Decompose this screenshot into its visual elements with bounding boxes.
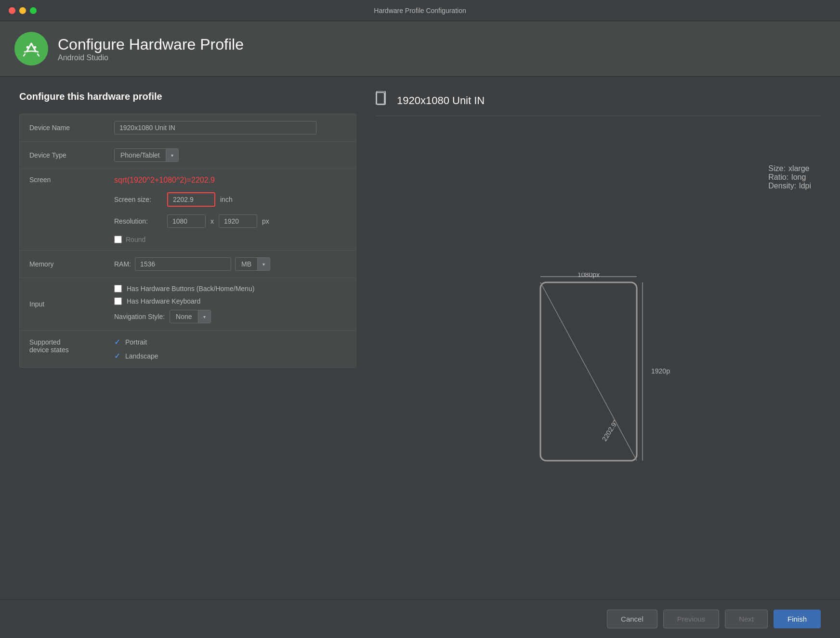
main-content: Configure this hardware profile Device N…	[0, 77, 840, 598]
minimize-button[interactable]	[19, 7, 26, 14]
hw-keyboard-checkbox[interactable]	[114, 297, 122, 305]
memory-inputs: RAM: MB ▾	[114, 257, 270, 271]
memory-row: Memory RAM: MB ▾	[20, 251, 356, 278]
device-type-content: Phone/Tablet ▾	[114, 148, 346, 162]
screen-size-unit: inch	[220, 196, 233, 203]
close-button[interactable]	[9, 7, 15, 14]
states-options: ✓ Portrait ✓ Landscape	[114, 337, 158, 360]
cancel-button[interactable]: Cancel	[607, 610, 657, 628]
screen-content: sqrt(1920^2+1080^2)=2202.9 Screen size: …	[114, 176, 346, 243]
hw-buttons-checkbox[interactable]	[114, 285, 122, 292]
device-states-row: Supporteddevice states ✓ Portrait ✓ Land…	[20, 331, 356, 367]
resolution-label: Resolution:	[114, 217, 162, 225]
screen-formula: sqrt(1920^2+1080^2)=2202.9	[114, 176, 215, 185]
device-type-dropdown-button[interactable]: ▾	[166, 149, 178, 161]
title-bar: Hardware Profile Configuration	[0, 0, 840, 21]
device-preview-icon	[376, 91, 390, 106]
device-name-row: Device Name	[20, 114, 356, 142]
bottom-bar: Cancel Previous Next Finish	[0, 599, 840, 638]
nav-style-row: Navigation Style: None ▾	[114, 310, 254, 323]
landscape-label: Landscape	[125, 352, 158, 360]
density-spec-row: Density: ldpi	[768, 182, 811, 190]
phone-svg: 1080px 1920px 2202.9"	[526, 273, 670, 475]
screen-size-label: Screen size:	[114, 196, 162, 203]
input-label: Input	[29, 300, 106, 308]
round-row: Round	[114, 236, 145, 243]
resolution-x: x	[210, 217, 214, 225]
memory-label: Memory	[29, 260, 106, 268]
round-label: Round	[126, 236, 145, 243]
ram-unit-dropdown-button[interactable]: ▾	[257, 258, 270, 270]
chevron-down-icon: ▾	[203, 314, 206, 319]
form-container: Device Name Device Type Phone/Tablet ▾	[19, 114, 356, 368]
maximize-button[interactable]	[30, 7, 37, 14]
app-title: Configure Hardware Profile	[58, 36, 244, 53]
ratio-value: long	[791, 173, 806, 182]
device-preview-name: 1920x1080 Unit IN	[397, 94, 485, 107]
resolution-height-input[interactable]	[219, 214, 257, 228]
svg-text:1080px: 1080px	[578, 273, 600, 279]
device-type-row: Device Type Phone/Tablet ▾	[20, 142, 356, 169]
memory-content: RAM: MB ▾	[114, 257, 346, 271]
window-controls	[9, 7, 37, 14]
section-title: Configure this hardware profile	[19, 91, 356, 102]
input-options: Has Hardware Buttons (Back/Home/Menu) Ha…	[114, 285, 254, 323]
hw-buttons-row: Has Hardware Buttons (Back/Home/Menu)	[114, 285, 254, 292]
ratio-spec-row: Ratio: long	[768, 173, 811, 182]
android-studio-icon	[19, 37, 43, 61]
window-title: Hardware Profile Configuration	[374, 7, 466, 14]
nav-style-value: None	[170, 310, 197, 323]
size-spec-row: Size: xlarge	[768, 164, 811, 173]
finish-button[interactable]: Finish	[774, 610, 821, 628]
density-value: ldpi	[799, 182, 811, 190]
device-type-select[interactable]: Phone/Tablet ▾	[114, 148, 179, 162]
hw-keyboard-label: Has Hardware Keyboard	[127, 297, 200, 305]
device-diagram: 1080px 1920px 2202.9" Size: xlarge Ratio…	[376, 126, 821, 584]
device-states-content: ✓ Portrait ✓ Landscape	[114, 337, 346, 360]
device-type-value: Phone/Tablet	[115, 149, 166, 161]
nav-style-label: Navigation Style:	[114, 313, 165, 320]
ram-input[interactable]	[135, 257, 231, 271]
device-preview-header: 1920x1080 Unit IN	[376, 91, 821, 116]
app-subtitle: Android Studio	[58, 53, 244, 62]
chevron-down-icon: ▾	[171, 153, 173, 158]
round-checkbox[interactable]	[114, 236, 122, 243]
portrait-checkmark-icon: ✓	[114, 337, 120, 346]
hw-buttons-label: Has Hardware Buttons (Back/Home/Menu)	[127, 285, 254, 292]
resolution-row: Resolution: x px	[114, 214, 269, 228]
svg-point-2	[34, 46, 37, 49]
nav-style-dropdown-button[interactable]: ▾	[198, 310, 210, 323]
landscape-row: ✓ Landscape	[114, 351, 158, 360]
right-panel: 1920x1080 Unit IN 1080px 1920px	[376, 91, 821, 584]
svg-point-1	[26, 46, 29, 49]
resolution-width-input[interactable]	[167, 214, 206, 228]
input-row: Input Has Hardware Buttons (Back/Home/Me…	[20, 278, 356, 331]
svg-line-8	[540, 282, 637, 461]
nav-style-select[interactable]: None ▾	[170, 310, 210, 323]
previous-button[interactable]: Previous	[663, 610, 719, 628]
input-content: Has Hardware Buttons (Back/Home/Menu) Ha…	[114, 285, 346, 323]
next-button[interactable]: Next	[725, 610, 768, 628]
left-panel: Configure this hardware profile Device N…	[19, 91, 356, 584]
device-type-label: Device Type	[29, 151, 106, 159]
device-name-input[interactable]	[114, 121, 316, 134]
device-specs: Size: xlarge Ratio: long Density: ldpi	[768, 164, 811, 190]
size-value: xlarge	[788, 164, 810, 173]
resolution-unit: px	[262, 217, 269, 225]
portrait-label: Portrait	[125, 338, 147, 346]
hw-keyboard-row: Has Hardware Keyboard	[114, 297, 254, 305]
ram-label: RAM:	[114, 260, 131, 268]
ram-unit-text: MB	[236, 258, 257, 270]
svg-text:2202.9": 2202.9"	[601, 419, 619, 442]
phone-icon	[376, 91, 390, 110]
screen-label: Screen	[29, 176, 106, 184]
screen-size-input[interactable]	[167, 192, 215, 207]
device-name-content	[114, 121, 346, 134]
ram-unit-select[interactable]: MB ▾	[235, 257, 270, 271]
phone-drawing: 1080px 1920px 2202.9"	[526, 273, 642, 446]
svg-text:1920px: 1920px	[651, 367, 670, 375]
ratio-label: Ratio:	[768, 173, 788, 182]
density-label: Density:	[768, 182, 796, 190]
screen-row: Screen sqrt(1920^2+1080^2)=2202.9 Screen…	[20, 169, 356, 251]
device-states-label: Supporteddevice states	[29, 337, 106, 354]
